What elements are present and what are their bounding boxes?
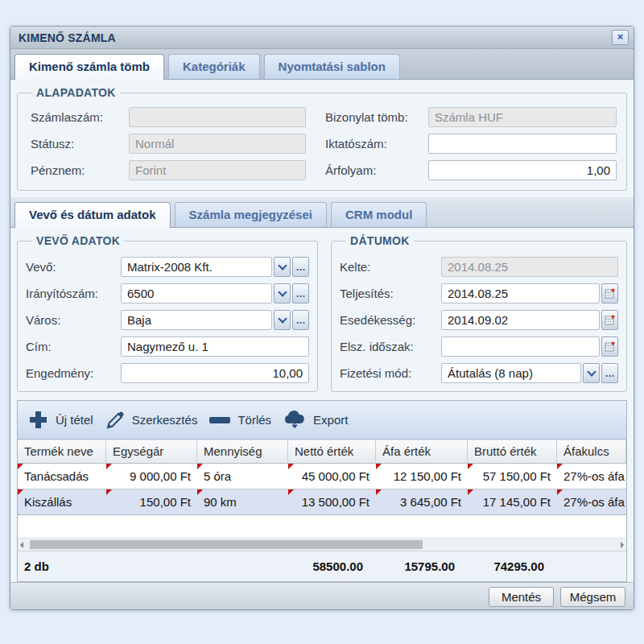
fizetesi-mod-lookup-button[interactable]: … — [601, 363, 618, 383]
grid-header-row: Termék neve Egységár Mennyiség Nettó ért… — [18, 440, 626, 464]
esedekesseg-field[interactable] — [441, 310, 600, 330]
sub-tabstrip: Vevő és dátum adatok Számla megjegyzései… — [10, 197, 634, 228]
arfolyam-field[interactable] — [428, 160, 617, 180]
cell-netto: 45 000,00 Ft — [288, 464, 376, 489]
cell-termek: Kiszállás — [18, 489, 106, 514]
teljesites-datepicker-button[interactable] — [601, 283, 618, 303]
cell-afa: 3 645,00 Ft — [376, 489, 468, 514]
iranyitoszam-dropdown-button[interactable] — [274, 283, 291, 303]
iranyitoszam-label: Irányítószám: — [26, 287, 121, 300]
tab-szamla-megjegyzesei[interactable]: Számla megjegyzései — [175, 202, 327, 227]
iranyitoszam-field[interactable] — [121, 283, 272, 303]
elsz-idoszak-field[interactable] — [441, 336, 600, 357]
cell-brutto: 17 145,00 Ft — [468, 489, 557, 514]
datumok-legend: DÁTUMOK — [346, 234, 414, 247]
tab-vevo-es-datum-adatok[interactable]: Vevő és dátum adatok — [14, 202, 171, 228]
grid-summary-row: 2 db 58500.00 15795.00 74295.00 — [18, 551, 626, 581]
export-button[interactable]: Export — [283, 409, 348, 431]
chevron-down-icon — [587, 367, 596, 376]
statusz-field — [129, 134, 306, 154]
kelte-label: Kelte: — [340, 260, 441, 274]
edit-item-button[interactable]: Szerkesztés — [105, 410, 198, 431]
cim-field[interactable] — [121, 336, 309, 357]
close-icon[interactable]: × — [612, 30, 629, 45]
vevo-field[interactable] — [121, 257, 272, 277]
tab-kimeno-szamla-tomb[interactable]: Kimenő számla tömb — [14, 54, 164, 80]
new-item-button[interactable]: Új tétel — [27, 409, 93, 431]
iktatoszam-label: Iktatószám: — [306, 137, 428, 151]
varos-lookup-button[interactable]: … — [292, 310, 309, 330]
varos-dropdown-button[interactable] — [274, 310, 291, 330]
cancel-button[interactable]: Mégsem — [560, 587, 625, 607]
fizetesi-mod-label: Fizetési mód: — [340, 366, 441, 380]
table-row-selected[interactable]: Kiszállás 150,00 Ft 90 km 13 500,00 Ft 3… — [18, 489, 626, 515]
column-header-afakulcs[interactable]: Áfakulcs — [557, 440, 626, 464]
horizontal-scrollbar[interactable] — [18, 538, 626, 551]
vevo-label: Vevő: — [26, 260, 121, 274]
statusz-label: Státusz: — [31, 137, 129, 151]
minus-icon — [208, 416, 231, 424]
elsz-idoszak-datepicker-button[interactable] — [601, 336, 618, 357]
scroll-left-icon[interactable] — [20, 542, 23, 548]
table-row[interactable]: Tanácsadás 9 000,00 Ft 5 óra 45 000,00 F… — [18, 464, 626, 489]
items-grid-panel: Új tétel Szerkesztés Törlés Export Termé… — [17, 400, 627, 582]
export-label: Export — [313, 413, 348, 427]
fizetesi-mod-field[interactable] — [441, 363, 581, 383]
invoice-dialog: KIMENŐ SZÁMLA × Kimenő számla tömb Kateg… — [10, 26, 634, 610]
bizonylat-tomb-label: Bizonylat tömb: — [306, 110, 428, 124]
dialog-titlebar: KIMENŐ SZÁMLA × — [10, 27, 634, 49]
cim-label: Cím: — [26, 340, 121, 353]
cell-netto: 13 500,00 Ft — [288, 489, 376, 514]
column-header-mennyiseg[interactable]: Mennyiség — [197, 440, 288, 464]
column-header-netto-ertek[interactable]: Nettó érték — [288, 440, 376, 464]
cell-afakulcs: 27%-os áfa — [557, 464, 626, 489]
save-button[interactable]: Mentés — [489, 587, 554, 607]
vevo-lookup-button[interactable]: … — [292, 257, 309, 277]
datumok-fieldset: DÁTUMOK Kelte: Teljesítés: — [331, 234, 627, 392]
scroll-right-icon[interactable] — [621, 542, 624, 548]
edit-item-label: Szerkesztés — [132, 413, 198, 427]
netto-total: 58500.00 — [288, 559, 376, 573]
brutto-total: 74295.00 — [468, 559, 557, 573]
bizonylat-tomb-field — [428, 107, 617, 127]
iktatoszam-field[interactable] — [428, 134, 617, 154]
delete-item-label: Törlés — [237, 413, 271, 427]
dialog-title: KIMENŐ SZÁMLA — [19, 31, 116, 44]
cell-afakulcs: 27%-os áfa — [557, 489, 626, 514]
teljesites-field[interactable] — [441, 283, 600, 303]
tab-crm-modul[interactable]: CRM modul — [331, 202, 427, 227]
esedekesseg-datepicker-button[interactable] — [601, 310, 618, 330]
delete-item-button[interactable]: Törlés — [208, 413, 271, 427]
scrollbar-thumb[interactable] — [30, 540, 423, 549]
chevron-down-icon — [278, 314, 287, 323]
penznem-field — [129, 160, 306, 180]
column-header-termek-neve[interactable]: Termék neve — [18, 440, 106, 464]
cell-brutto: 57 150,00 Ft — [468, 464, 557, 489]
cell-mennyiseg: 5 óra — [197, 464, 288, 489]
plus-icon — [27, 409, 49, 431]
engedmeny-label: Engedmény: — [26, 366, 121, 380]
tab-kategoriak[interactable]: Kategóriák — [168, 54, 260, 79]
szamlaszam-field — [129, 107, 306, 127]
column-header-brutto-ertek[interactable]: Bruttó érték — [468, 440, 557, 464]
dialog-footer: Mentés Mégsem — [10, 582, 634, 609]
main-tabstrip: Kimenő számla tömb Kategóriák Nyomtatási… — [10, 49, 634, 80]
column-header-egysegar[interactable]: Egységár — [106, 440, 197, 464]
vevo-dropdown-button[interactable] — [274, 257, 291, 277]
alapadatok-fieldset: ALAPADATOK Számlaszám: Bizonylat tömb: S… — [17, 86, 627, 191]
cell-afa: 12 150,00 Ft — [376, 464, 468, 489]
column-header-afa-ertek[interactable]: Áfa érték — [376, 440, 468, 464]
grid-toolbar: Új tétel Szerkesztés Törlés Export — [18, 401, 626, 440]
fizetesi-mod-dropdown-button[interactable] — [583, 363, 600, 383]
vevo-adatok-legend: VEVŐ ADATOK — [32, 234, 124, 247]
cell-mennyiseg: 90 km — [197, 489, 288, 514]
engedmeny-field[interactable] — [121, 363, 309, 383]
tab-nyomtatasi-sablon[interactable]: Nyomtatási sablon — [264, 54, 400, 79]
afa-total: 15795.00 — [376, 559, 468, 573]
iranyitoszam-lookup-button[interactable]: … — [292, 283, 309, 303]
alapadatok-legend: ALAPADATOK — [32, 86, 120, 99]
pencil-icon — [105, 410, 126, 431]
varos-field[interactable] — [121, 310, 272, 330]
vevo-adatok-fieldset: VEVŐ ADATOK Vevő: … Irányítószám: … — [17, 234, 318, 392]
esedekesseg-label: Esedékesség: — [340, 313, 441, 327]
